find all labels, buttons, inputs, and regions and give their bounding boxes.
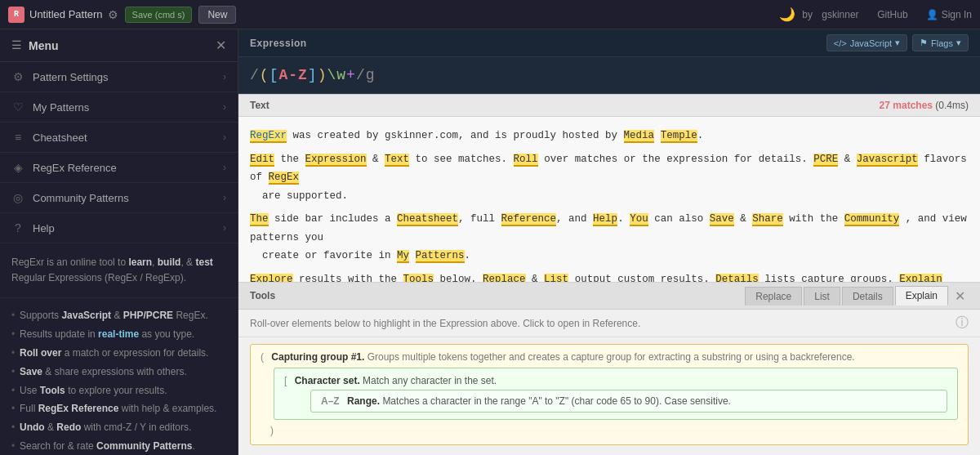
sidebar: ☰ Menu ✕ ⚙ Pattern Settings › ♡ My Patte… (0, 29, 238, 455)
range-desc: Matches a character in the range "A" to … (382, 395, 731, 407)
feature-item: Use Tools to explore your results. (11, 381, 226, 400)
sidebar-item-community-patterns[interactable]: ◎ Community Patterns › (0, 183, 238, 213)
close-slash: / (356, 67, 366, 83)
match: Roll (514, 154, 538, 167)
flag-icon: ⚑ (920, 38, 928, 48)
reference-icon: ◈ (11, 161, 24, 174)
sidebar-item-regex-reference[interactable]: ◈ RegEx Reference › (0, 153, 238, 183)
chevron-icon: › (223, 71, 226, 83)
chevron-icon: › (223, 222, 226, 234)
lang-label: JavaScript (850, 38, 892, 48)
feature-item: Save & share expressions with others. (11, 363, 226, 381)
code-icon: </> (834, 38, 847, 48)
text-content[interactable]: RegExr was created by gskinner.com, and … (238, 117, 980, 282)
info-icon: ⓘ (956, 314, 969, 332)
match: Javascript (857, 154, 918, 167)
match: Tools (403, 274, 434, 283)
github-link[interactable]: GitHub (877, 9, 907, 20)
chevron-icon: › (223, 132, 226, 143)
chevron-icon: › (223, 101, 226, 113)
match: Details (715, 274, 759, 283)
match: Replace (483, 274, 526, 283)
sidebar-item-label: Community Patterns (33, 192, 129, 204)
tools-section: Tools Replace List Details Explain ✕ Rol… (238, 282, 980, 455)
settings-icon[interactable]: ⚙ (108, 8, 118, 21)
match: The (250, 213, 269, 226)
signin-button[interactable]: 👤 Sign In (926, 9, 972, 20)
sidebar-item-my-patterns[interactable]: ♡ My Patterns › (0, 92, 238, 123)
tab-replace[interactable]: Replace (745, 287, 802, 306)
header: R Untitled Pattern ⚙ Save (cmd s) New 🌙 … (0, 0, 980, 29)
feature-item: Full RegEx Reference with help & example… (11, 399, 226, 418)
capture-group-box: ( Capturing group #1. Groups multiple to… (250, 344, 969, 445)
close-paren-row: ) (261, 423, 958, 438)
sidebar-item-label: Cheatsheet (33, 132, 87, 144)
expression-header: Expression </> JavaScript ▾ ⚑ Flags ▾ (238, 29, 980, 57)
match: Community (844, 213, 900, 226)
tab-explain[interactable]: Explain (895, 286, 948, 306)
quantifier: + (346, 67, 356, 83)
menu-close-button[interactable]: ✕ (216, 38, 226, 53)
theme-toggle-button[interactable]: 🌙 (779, 7, 795, 22)
match: You (630, 213, 648, 226)
new-button[interactable]: New (198, 6, 236, 24)
tab-list[interactable]: List (804, 287, 840, 306)
feature-item: Results update in real-time as you type. (11, 325, 226, 344)
tools-info-text: Roll-over elements below to highlight in… (250, 318, 640, 329)
flags-label: Flags (931, 38, 953, 48)
separator2 (915, 9, 920, 20)
help-icon: ? (11, 221, 24, 234)
word-char: \w (327, 67, 346, 83)
by-label: by (802, 9, 815, 20)
tools-info-bar: Roll-over elements below to highlight in… (238, 310, 980, 337)
match: Media (624, 130, 655, 143)
app-title: Untitled Pattern (29, 8, 103, 20)
list-icon: ≡ (11, 131, 24, 144)
char-set-desc: Match any character in the set. (363, 375, 497, 386)
heart-icon: ♡ (11, 100, 24, 114)
match: My (397, 250, 409, 263)
match: Share (752, 213, 783, 226)
feature-item: Supports JavaScript & PHP/PCRE RegEx. (11, 306, 226, 325)
tools-title: Tools (250, 287, 743, 305)
build-word: build (158, 256, 181, 268)
text-paragraph-4: Explore results with the Tools below. Re… (250, 270, 969, 283)
info-text-prefix: RegExr is an online tool to (11, 256, 128, 268)
match: Reference (501, 213, 557, 226)
hamburger-icon: ☰ (11, 38, 22, 52)
expression-section: Expression </> JavaScript ▾ ⚑ Flags ▾ /(… (238, 29, 980, 94)
sidebar-item-help[interactable]: ? Help › (0, 213, 238, 243)
tools-close-button[interactable]: ✕ (951, 288, 969, 304)
flags-button[interactable]: ⚑ Flags ▾ (912, 34, 969, 51)
test-word: test (195, 256, 212, 268)
text-title: Text (250, 100, 270, 111)
chevron-icon: › (223, 192, 226, 203)
tab-details[interactable]: Details (842, 287, 893, 306)
capture-group-desc: Groups multiple tokens together and crea… (368, 351, 855, 363)
matches-info: 27 matches (0.4ms) (880, 100, 969, 111)
text-section: Text 27 matches (0.4ms) RegExr was creat… (238, 94, 980, 282)
chevron-down-icon: ▾ (956, 38, 961, 48)
username-link[interactable]: gskinner (822, 9, 858, 20)
sidebar-info: RegExr is an online tool to learn, build… (0, 243, 238, 298)
expression-title: Expression (250, 38, 307, 49)
sidebar-item-cheatsheet[interactable]: ≡ Cheatsheet › (0, 123, 238, 153)
language-button[interactable]: </> JavaScript ▾ (826, 34, 907, 51)
save-button[interactable]: Save (cmd s) (125, 7, 193, 23)
tools-content: ( Capturing group #1. Groups multiple to… (238, 337, 980, 455)
expression-display[interactable]: /([A-Z])\w+/g (238, 57, 980, 93)
char-set-title: Character set. (295, 375, 360, 386)
char-set-header: [ Character set. Match any character in … (284, 375, 947, 386)
close-bracket: ] (308, 67, 318, 83)
tools-header: Tools Replace List Details Explain ✕ (238, 283, 980, 310)
text-header: Text 27 matches (0.4ms) (238, 94, 980, 117)
sidebar-item-label: My Patterns (33, 101, 89, 114)
matches-count: 27 matches (880, 100, 933, 111)
range-label: A–Z (321, 395, 340, 407)
settings-icon: ⚙ (11, 70, 24, 83)
app-logo: R Untitled Pattern ⚙ (8, 7, 118, 23)
char-range: A-Z (278, 67, 307, 83)
sidebar-item-pattern-settings[interactable]: ⚙ Pattern Settings › (0, 62, 238, 92)
sidebar-features: Supports JavaScript & PHP/PCRE RegEx. Re… (0, 298, 238, 455)
capture-group-title: Capturing group #1. (271, 351, 364, 363)
